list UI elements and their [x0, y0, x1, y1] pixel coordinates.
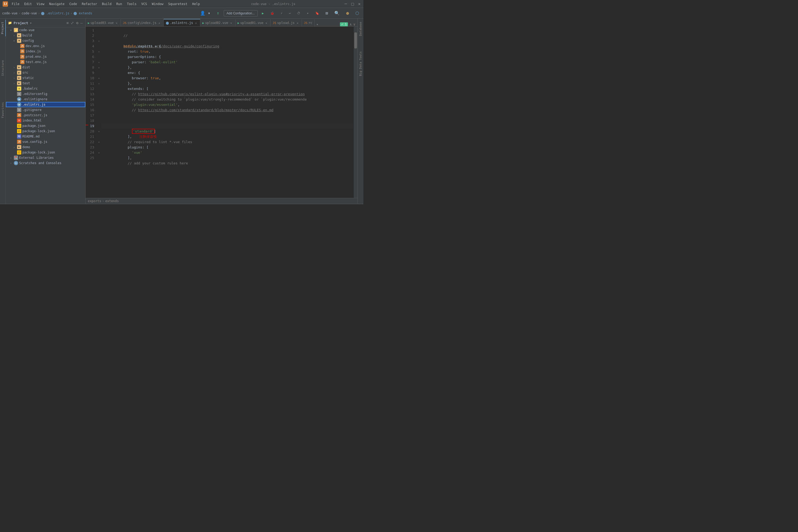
settings-button[interactable]: ⊕	[344, 9, 351, 17]
vcs-history[interactable]: ⏱	[295, 11, 302, 16]
code-content[interactable]: // https://eslint.org/docs/user-guide/co…	[101, 26, 354, 198]
run-coverage-button[interactable]: ⚡	[279, 11, 285, 16]
expand-arrow: ›	[13, 34, 17, 37]
tabs-overflow-button[interactable]: ▾	[315, 23, 320, 26]
expand-icon[interactable]: ⤢	[70, 20, 75, 25]
menu-window[interactable]: Window	[150, 2, 166, 6]
breadcrumb-extends[interactable]: extends	[105, 199, 119, 203]
tab-label: upload03.vue	[91, 21, 114, 25]
breadcrumb-item-3[interactable]: ⬤ .eslintrc.js	[41, 12, 70, 15]
tree-root[interactable]: ▾ 📁 code-vue	[6, 27, 86, 33]
tab-close-button[interactable]: ✕	[157, 21, 161, 25]
search-button[interactable]: 🔍	[332, 10, 342, 17]
tab-config-indexjs[interactable]: JS config\index.js ✕	[121, 19, 164, 26]
dropdown-icon[interactable]: ▾	[30, 21, 32, 25]
tab-upload-js[interactable]: JS upload.js ✕	[270, 19, 302, 26]
nav-up-button[interactable]: ∧	[349, 22, 352, 26]
close-panel-icon[interactable]: —	[80, 20, 83, 25]
build-label: build	[22, 34, 32, 37]
minimize-button[interactable]: ─	[344, 1, 347, 6]
vcs-update-icon[interactable]: ↑	[215, 10, 222, 17]
tree-vueconfig[interactable]: JS vue.config.js	[6, 139, 86, 145]
tab-upload01[interactable]: ▶ upload01.vue ✕	[235, 19, 270, 26]
tree-dist[interactable]: › ▶ dist	[6, 65, 86, 70]
file-tree[interactable]: ▾ 📁 code-vue › ▶ build ▾ ▼ config JS dev…	[6, 27, 86, 204]
tree-packagelock2[interactable]: {} package-lock.json	[6, 150, 86, 155]
postcssrc-label: .postcssrc.js	[22, 113, 48, 117]
scroll-thumb[interactable]	[354, 33, 357, 49]
tree-scratches[interactable]: › ⊙ Scratches and Consoles	[6, 160, 86, 166]
tree-build[interactable]: › ▶ build	[6, 33, 86, 38]
add-configuration-button[interactable]: Add Configuration...	[224, 10, 258, 17]
bookmark-button[interactable]: 🔖	[313, 11, 321, 16]
library-icon: 📚	[14, 156, 18, 160]
tab-eslintrc[interactable]: ⬤ .eslintrc.js ✕	[164, 19, 200, 26]
code-editor[interactable]: 1 2 3 4 5 6 7 8 9 10 11 12 13 14 15 16 1…	[86, 26, 358, 198]
vcs-rollback[interactable]: ↩	[287, 11, 293, 16]
tree-editorconfig[interactable]: ⚙ .editorconfig	[6, 91, 86, 97]
tree-eslintrc[interactable]: ● .eslintrc.js	[6, 102, 86, 107]
scrollbar[interactable]	[354, 26, 358, 198]
breadcrumb-exports[interactable]: exports	[88, 199, 101, 203]
close-button[interactable]: ✕	[358, 1, 361, 6]
run-button[interactable]: ▶	[260, 11, 266, 16]
menu-help[interactable]: Help	[190, 2, 202, 6]
tab-close-button[interactable]: ✕	[115, 21, 118, 25]
tree-test[interactable]: › ▶ test	[6, 81, 86, 86]
plugin-button[interactable]: ⬡	[353, 10, 361, 17]
debug-button[interactable]: 🐞	[268, 11, 277, 16]
tree-index-js[interactable]: JS index.js	[6, 49, 86, 54]
menu-code[interactable]: Code	[67, 2, 79, 6]
menu-navigate[interactable]: Navigate	[47, 2, 67, 6]
menu-edit[interactable]: Edit	[22, 2, 34, 6]
menu-file[interactable]: File	[10, 2, 22, 6]
editor-breadcrumb: exports › extends	[86, 198, 358, 204]
vtab-project[interactable]: Project	[0, 20, 6, 36]
breadcrumb-item-2[interactable]: code-vue	[22, 12, 37, 15]
tab-close-button[interactable]: ✕	[264, 21, 268, 25]
js-icon: JS	[20, 60, 24, 64]
tab-close-button[interactable]: ✕	[296, 21, 300, 25]
vtab-database[interactable]: Database	[358, 20, 363, 38]
folder-icon: ▶	[17, 81, 21, 86]
menu-vcs[interactable]: VCS	[139, 2, 149, 6]
tree-babelrc[interactable]: ⚙ .babelrc	[6, 86, 86, 91]
settings-icon[interactable]: ⚙	[76, 20, 79, 25]
dropdown-more[interactable]: ▾	[305, 11, 311, 16]
user-icon[interactable]: 👤 ▾	[198, 10, 212, 17]
tab-upload03[interactable]: ▶ upload03.vue ✕	[86, 19, 121, 26]
maximize-button[interactable]: □	[352, 1, 354, 6]
collapse-all-icon[interactable]: ≡	[66, 20, 69, 25]
menu-tools[interactable]: Tools	[125, 2, 138, 6]
tree-eslintignore[interactable]: ● .eslintignore	[6, 97, 86, 102]
tree-src[interactable]: › ▶ src	[6, 70, 86, 75]
layout-button[interactable]: ⊞	[323, 10, 330, 17]
tree-dev-env[interactable]: JS dev.env.js	[6, 43, 86, 49]
tab-upload02[interactable]: ▶ upload02.vue ✕	[200, 19, 235, 26]
tree-packagejson[interactable]: {} package.json	[6, 123, 86, 129]
vtab-favorites[interactable]: Favorites	[0, 100, 5, 120]
tree-test-env[interactable]: JS test.env.js	[6, 59, 86, 65]
tree-packagelockjson[interactable]: {} package-lock.json	[6, 129, 86, 134]
menu-squaretest[interactable]: Squaretest	[166, 2, 189, 6]
tab-close-button[interactable]: ✕	[229, 21, 233, 25]
nav-down-button[interactable]: ∨	[353, 22, 355, 26]
breadcrumb-item-1[interactable]: code-vue	[2, 12, 18, 15]
tree-gitignore[interactable]: ⚙ .gitignore	[6, 107, 86, 113]
menu-refactor[interactable]: Refactor	[79, 2, 99, 6]
tab-close-button[interactable]: ✕	[194, 21, 198, 25]
tree-demo[interactable]: › ▶ demo	[6, 145, 86, 150]
tree-indexhtml[interactable]: H index.html	[6, 118, 86, 123]
tree-prod-env[interactable]: JS prod.env.js	[6, 54, 86, 59]
tree-config[interactable]: ▾ ▼ config	[6, 38, 86, 43]
vtab-structure[interactable]: Structure	[0, 58, 5, 78]
tab-rc[interactable]: JS rc	[302, 19, 315, 26]
tree-readme[interactable]: MD README.md	[6, 134, 86, 139]
tree-external-libs[interactable]: › 📚 External Libraries	[6, 155, 86, 160]
tree-postcssrc[interactable]: JS .postcssrc.js	[6, 113, 86, 118]
tree-static[interactable]: › ▶ static	[6, 75, 86, 81]
menu-build[interactable]: Build	[100, 2, 114, 6]
menu-run[interactable]: Run	[114, 2, 124, 6]
menu-view[interactable]: View	[35, 2, 46, 6]
vtab-big-data-tools[interactable]: Big Data Tools	[358, 49, 363, 78]
